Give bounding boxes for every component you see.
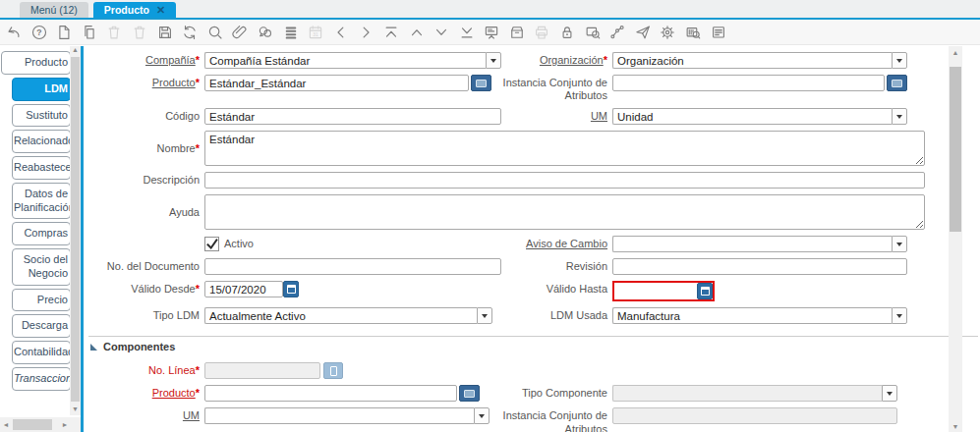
chevron-down-icon[interactable] <box>486 52 501 69</box>
change-notice-label[interactable]: Aviso de Cambio <box>501 236 612 250</box>
send-mail-icon[interactable] <box>632 22 654 43</box>
last-record-icon[interactable] <box>456 22 478 43</box>
sidebar-tab-reabastecer[interactable]: Reabastecer <box>12 156 71 180</box>
quick-form-icon[interactable] <box>708 22 729 43</box>
product-label[interactable]: Producto* <box>86 75 204 89</box>
copy-record-icon[interactable] <box>79 22 100 43</box>
chevron-down-icon[interactable] <box>892 236 907 252</box>
sidebar-tab-producto[interactable]: Producto <box>1 51 71 75</box>
component-product-label[interactable]: Producto* <box>86 385 204 400</box>
sidebar-tab-datos-de-planificaci-n[interactable]: Datos de Planificación <box>12 183 71 220</box>
close-icon[interactable]: ✕ <box>156 5 165 16</box>
previous-record-icon[interactable] <box>406 22 428 43</box>
organization-input[interactable] <box>612 52 892 69</box>
scroll-up-icon[interactable]: ▲ <box>70 46 81 56</box>
sidebar-tab-sustituto[interactable]: Sustituto <box>12 104 71 128</box>
find-icon[interactable] <box>204 22 226 43</box>
content-vscroll-thumb[interactable] <box>950 67 961 232</box>
sidebar-tab-precio[interactable]: Precio <box>12 289 71 312</box>
chevron-down-icon[interactable] <box>477 307 492 324</box>
scroll-down-icon[interactable]: ▼ <box>949 420 962 432</box>
valid-from-input[interactable] <box>204 281 283 297</box>
new-record-icon[interactable] <box>53 22 75 43</box>
zoom-across-icon[interactable] <box>582 22 604 43</box>
bom-use-input[interactable] <box>612 307 892 324</box>
chevron-down-icon[interactable] <box>474 407 490 424</box>
collapse-icon[interactable] <box>90 344 97 351</box>
sidebar-tab-socio-del-negocio[interactable]: Socio del Negocio <box>12 248 71 286</box>
scroll-down-icon[interactable]: ▼ <box>70 405 81 415</box>
chat-icon[interactable] <box>255 22 276 43</box>
scroll-left-icon[interactable]: ◄ <box>0 421 12 428</box>
scroll-up-icon[interactable]: ▲ <box>949 46 962 58</box>
name-textarea[interactable]: Estándar <box>204 131 925 166</box>
component-uom-input[interactable] <box>204 407 474 424</box>
line-no-input[interactable] <box>204 362 320 379</box>
chevron-down-icon[interactable] <box>882 385 897 402</box>
sidebar-horizontal-scrollbar[interactable]: ◄ ► <box>0 417 81 432</box>
revision-input[interactable] <box>612 258 907 275</box>
detail-record-icon[interactable] <box>355 22 376 43</box>
report-icon[interactable] <box>481 22 502 43</box>
sidebar-tab-transacciones[interactable]: Transacciones <box>12 367 71 391</box>
process-icon[interactable] <box>657 22 678 43</box>
active-checkbox[interactable] <box>204 237 219 251</box>
valid-to-input[interactable] <box>614 283 697 299</box>
company-input[interactable] <box>204 52 486 69</box>
delete-selection-icon[interactable] <box>129 22 150 43</box>
parent-record-icon[interactable] <box>330 22 352 43</box>
content-vertical-scrollbar[interactable]: ▲ ▼ <box>949 46 962 432</box>
attachment-icon[interactable] <box>229 22 251 43</box>
components-group-header[interactable]: Componentes <box>86 337 980 354</box>
description-input[interactable] <box>204 172 925 189</box>
change-notice-input[interactable] <box>612 236 892 252</box>
component-attr-instance-input[interactable] <box>612 407 897 424</box>
sidebar-tab-contabilidad[interactable]: Contabilidad <box>12 341 71 364</box>
sidebar-vscroll-thumb[interactable] <box>71 57 80 402</box>
calendar-icon[interactable]: 31 <box>305 22 326 43</box>
document-no-input[interactable] <box>204 258 501 275</box>
chevron-down-icon[interactable] <box>892 307 907 324</box>
organization-label[interactable]: Organización* <box>501 52 612 67</box>
component-uom-label[interactable]: UM <box>86 407 204 422</box>
sidebar-tab-ldm[interactable]: LDM <box>12 78 71 101</box>
product-search-icon[interactable] <box>459 385 480 402</box>
sidebar-hscroll-thumb[interactable] <box>13 419 52 430</box>
sidebar-tab-descarga[interactable]: Descarga <box>12 314 71 338</box>
company-label[interactable]: Compañía* <box>86 52 204 67</box>
chevron-down-icon[interactable] <box>892 52 907 69</box>
bom-type-input[interactable] <box>204 307 477 324</box>
sidebar-vertical-scrollbar[interactable]: ▲ ▼ <box>70 46 81 415</box>
product-input[interactable] <box>204 75 469 91</box>
component-product-input[interactable] <box>204 385 457 402</box>
next-record-icon[interactable] <box>431 22 452 43</box>
chevron-down-icon[interactable] <box>892 108 907 125</box>
calendar-icon[interactable] <box>283 281 299 297</box>
workflow-icon[interactable] <box>606 22 628 43</box>
refresh-icon[interactable] <box>179 22 201 43</box>
grid-toggle-icon[interactable] <box>280 22 302 43</box>
product-info-icon[interactable] <box>682 22 704 43</box>
tab-menu[interactable]: Menú (12) <box>20 2 88 18</box>
help-icon[interactable]: ? <box>29 22 50 43</box>
code-input[interactable] <box>204 108 501 125</box>
print-icon[interactable] <box>531 22 552 43</box>
product-search-icon[interactable] <box>471 75 491 91</box>
archive-icon[interactable] <box>506 22 528 43</box>
uom-label[interactable]: UM <box>501 108 612 123</box>
sidebar-tab-relacionado[interactable]: Relacionado <box>12 130 71 153</box>
uom-input[interactable] <box>612 108 892 125</box>
scroll-right-icon[interactable]: ► <box>59 421 71 428</box>
calendar-icon[interactable] <box>697 283 713 299</box>
attr-instance-input[interactable] <box>612 75 885 91</box>
sidebar-tab-compras[interactable]: Compras <box>12 222 71 245</box>
help-textarea[interactable] <box>204 194 925 230</box>
lock-icon[interactable] <box>556 22 578 43</box>
delete-record-icon[interactable] <box>103 22 125 43</box>
undo-icon[interactable] <box>3 22 25 43</box>
first-record-icon[interactable] <box>380 22 402 43</box>
component-type-input[interactable] <box>612 385 882 402</box>
tab-producto[interactable]: Producto ✕ <box>93 2 176 18</box>
calculator-icon[interactable] <box>323 362 343 379</box>
attr-instance-dialog-icon[interactable] <box>887 75 907 91</box>
